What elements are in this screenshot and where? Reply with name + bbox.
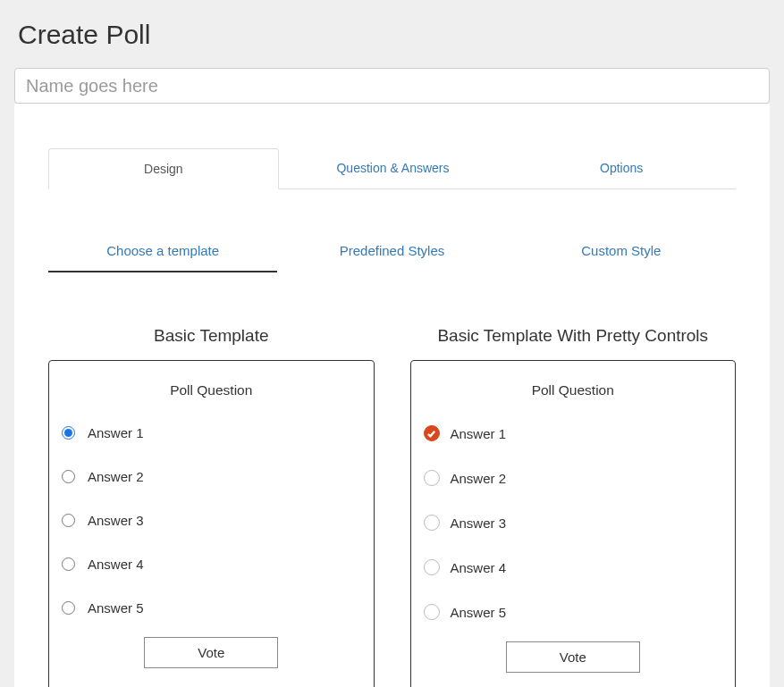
radio-icon[interactable] bbox=[62, 426, 75, 440]
radio-icon[interactable] bbox=[62, 514, 75, 527]
subtab-custom-style[interactable]: Custom Style bbox=[507, 234, 736, 272]
answer-row[interactable]: Answer 3 bbox=[62, 513, 361, 528]
answer-label: Answer 2 bbox=[451, 471, 507, 486]
answer-label: Answer 3 bbox=[88, 513, 144, 528]
tab-options[interactable]: Options bbox=[507, 148, 736, 189]
design-subtabs: Choose a template Predefined Styles Cust… bbox=[48, 234, 736, 272]
radio-icon[interactable] bbox=[62, 557, 75, 571]
radio-icon[interactable] bbox=[424, 604, 440, 620]
radio-icon[interactable] bbox=[424, 559, 440, 575]
answer-label: Answer 3 bbox=[451, 515, 507, 531]
answer-label: Answer 4 bbox=[88, 557, 144, 572]
template-title: Basic Template bbox=[48, 326, 375, 346]
radio-icon[interactable] bbox=[424, 470, 440, 486]
answer-row[interactable]: Answer 3 bbox=[424, 515, 723, 531]
tab-design[interactable]: Design bbox=[48, 148, 279, 189]
answer-row[interactable]: Answer 5 bbox=[424, 604, 723, 620]
radio-icon[interactable] bbox=[62, 470, 75, 483]
answer-row[interactable]: Answer 5 bbox=[62, 600, 361, 616]
tab-question-answers[interactable]: Question & Answers bbox=[279, 148, 508, 189]
answer-label: Answer 1 bbox=[88, 425, 144, 440]
radio-icon[interactable] bbox=[62, 601, 75, 615]
subtab-choose-template[interactable]: Choose a template bbox=[48, 234, 277, 272]
answer-label: Answer 5 bbox=[451, 605, 507, 620]
answer-row[interactable]: Answer 4 bbox=[62, 557, 361, 572]
page-title: Create Poll bbox=[18, 20, 770, 50]
answer-label: Answer 2 bbox=[88, 469, 144, 484]
radio-icon[interactable] bbox=[424, 515, 440, 531]
poll-question: Poll Question bbox=[62, 382, 361, 398]
answer-label: Answer 1 bbox=[451, 426, 507, 441]
subtab-predefined-styles[interactable]: Predefined Styles bbox=[277, 234, 506, 272]
answer-label: Answer 5 bbox=[88, 600, 144, 616]
vote-button[interactable]: Vote bbox=[506, 641, 640, 673]
answer-row[interactable]: Answer 1 bbox=[62, 425, 361, 440]
answer-row[interactable]: Answer 2 bbox=[424, 470, 723, 486]
answer-row[interactable]: Answer 1 bbox=[424, 425, 723, 441]
answer-row[interactable]: Answer 2 bbox=[62, 469, 361, 484]
poll-question: Poll Question bbox=[424, 382, 723, 398]
template-title: Basic Template With Pretty Controls bbox=[410, 326, 737, 346]
radio-checked-icon[interactable] bbox=[424, 425, 440, 441]
template-basic: Basic Template Poll Question Answer 1 An… bbox=[48, 326, 375, 687]
vote-button[interactable]: Vote bbox=[144, 637, 278, 668]
primary-tabs: Design Question & Answers Options bbox=[48, 148, 736, 189]
answer-label: Answer 4 bbox=[451, 560, 507, 575]
poll-name-input[interactable] bbox=[14, 68, 770, 104]
poll-card[interactable]: Poll Question Answer 1 Answer 2 Answer 3 bbox=[410, 360, 737, 687]
poll-card[interactable]: Poll Question Answer 1 Answer 2 Answer 3 bbox=[48, 360, 375, 687]
template-pretty: Basic Template With Pretty Controls Poll… bbox=[410, 326, 737, 687]
answer-row[interactable]: Answer 4 bbox=[424, 559, 723, 575]
